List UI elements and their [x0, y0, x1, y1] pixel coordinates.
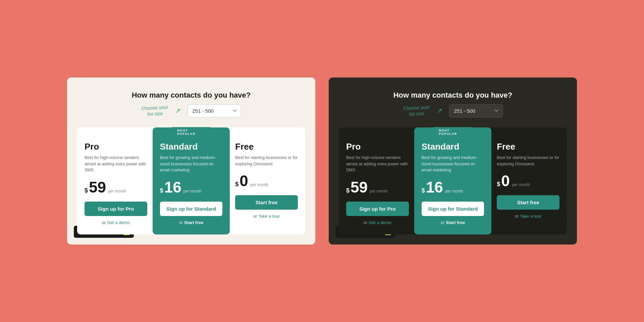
light-pro-name: Pro: [85, 142, 147, 152]
dark-free-name: Free: [497, 142, 559, 152]
light-pro-link: or Get a demo: [85, 220, 147, 225]
light-standard-amount: 16: [164, 179, 181, 195]
dark-free-start-button[interactable]: Start free: [497, 195, 559, 210]
light-free-dollar: $: [235, 181, 238, 188]
light-free-card: Free Best for starting businesses or for…: [228, 127, 305, 234]
dark-free-dollar: $: [497, 181, 500, 188]
light-free-tour-link[interactable]: Take a tour: [258, 214, 280, 219]
light-contacts-dropdown[interactable]: 0 - 250 251 - 500 501 - 1000 1001 - 2000…: [187, 104, 241, 117]
dark-handwritten-label: Choose your list size: [403, 104, 430, 118]
light-standard-price-row: $ 16 per month: [160, 179, 223, 195]
dark-cards-row: Pro Best for high-volume senders aimed a…: [339, 127, 567, 234]
dark-pro-link: or Get a demo: [346, 220, 409, 225]
dark-dropdown-wrapper: Choose your list size ↗ 0 - 250 251 - 50…: [339, 104, 567, 117]
dark-pro-period: per month: [370, 189, 388, 194]
dark-standard-period: per month: [445, 189, 463, 194]
light-standard-start-link[interactable]: Start free: [184, 220, 203, 225]
dark-standard-dollar: $: [422, 187, 425, 194]
dark-pro-price-row: $ 59 per month: [346, 179, 409, 195]
dark-free-tour-link[interactable]: Take a tour: [520, 214, 541, 219]
light-free-price-row: $ 0 per month: [235, 173, 298, 189]
light-free-desc: Best for starting businesses or for expl…: [235, 155, 298, 167]
light-standard-card: MOST POPULAR Standard Best for growing a…: [153, 127, 230, 234]
dark-free-link: or Take a tour: [497, 214, 559, 219]
dark-free-card: Free Best for starting businesses or for…: [489, 127, 567, 234]
dark-question: How many contacts do you have?: [339, 91, 567, 100]
dark-pro-signup-button[interactable]: Sign up for Pro: [346, 202, 409, 216]
dark-standard-amount: 16: [426, 179, 443, 195]
dark-standard-start-link[interactable]: Start free: [446, 220, 465, 225]
dark-pro-card: Pro Best for high-volume senders aimed a…: [339, 127, 416, 234]
dark-pricing-panel: How many contacts do you have? Choose yo…: [329, 77, 577, 245]
light-pro-period: per month: [108, 189, 126, 194]
dark-arrow-icon: ↗: [437, 107, 442, 115]
light-handwritten-label: Choose your list size: [141, 104, 169, 118]
light-pro-desc: Best for high-volume senders aimed at ad…: [85, 155, 147, 173]
light-free-name: Free: [235, 142, 298, 152]
dark-contacts-dropdown[interactable]: 0 - 250 251 - 500 501 - 1000 1001 - 2000…: [449, 104, 503, 117]
light-pro-link-prefix: or: [102, 220, 107, 225]
light-most-popular-badge: MOST POPULAR: [172, 127, 210, 137]
light-arrow-icon: ↗: [175, 107, 181, 115]
dark-pro-amount: 59: [351, 179, 368, 195]
dark-standard-card: MOST POPULAR Standard Best for growing a…: [414, 127, 492, 234]
light-standard-dollar: $: [160, 187, 163, 194]
dark-free-price-row: $ 0 per month: [497, 173, 559, 189]
light-pricing-panel: How many contacts do you have? Choose yo…: [67, 77, 315, 245]
light-pro-dollar: $: [85, 187, 88, 194]
light-standard-desc: Best for growing and medium-sized busine…: [160, 155, 223, 173]
light-standard-name: Standard: [160, 142, 223, 152]
dark-panel-header: How many contacts do you have? Choose yo…: [339, 91, 567, 117]
dark-free-desc: Best for starting businesses or for expl…: [497, 155, 559, 167]
light-panel-header: How many contacts do you have? Choose yo…: [77, 91, 305, 117]
dark-pro-dollar: $: [346, 187, 350, 194]
light-pro-price-row: $ 59 per month: [85, 179, 147, 195]
dark-standard-price-row: $ 16 per month: [422, 179, 484, 195]
page-wrapper: How many contacts do you have? Choose yo…: [0, 64, 644, 258]
dark-free-period: per month: [512, 182, 530, 187]
dark-standard-link-prefix: or: [441, 220, 446, 225]
dark-pro-name: Pro: [346, 142, 409, 152]
light-free-link: or Take a tour: [235, 214, 298, 219]
dark-free-link-prefix: or: [515, 214, 520, 219]
dark-standard-signup-button[interactable]: Sign up for Standard: [422, 202, 484, 216]
dark-free-amount: 0: [501, 173, 510, 189]
light-free-link-prefix: or: [253, 214, 258, 219]
light-pro-demo-link[interactable]: Get a demo: [107, 220, 130, 225]
light-dropdown-wrapper: Choose your list size ↗ 0 - 250 251 - 50…: [77, 104, 305, 117]
dark-standard-name: Standard: [422, 142, 484, 152]
light-free-amount: 0: [239, 173, 248, 189]
light-pro-amount: 59: [89, 179, 106, 195]
dark-standard-desc: Best for growing and medium-sized busine…: [422, 155, 484, 173]
light-standard-link: or Start free: [160, 220, 223, 225]
light-pro-card: Pro Best for high-volume senders aimed a…: [77, 127, 155, 234]
light-standard-period: per month: [183, 189, 202, 194]
light-cards-row: Pro Best for high-volume senders aimed a…: [77, 127, 305, 234]
light-free-start-button[interactable]: Start free: [235, 195, 298, 210]
light-standard-link-prefix: or: [179, 220, 184, 225]
dark-standard-link: or Start free: [422, 220, 484, 225]
light-free-period: per month: [250, 182, 268, 187]
dark-pro-link-prefix: or: [364, 220, 369, 225]
dark-most-popular-badge: MOST POPULAR: [433, 127, 472, 137]
light-question: How many contacts do you have?: [77, 91, 305, 100]
dark-pro-demo-link[interactable]: Get a demo: [369, 220, 391, 225]
dark-pro-desc: Best for high-volume senders aimed at ad…: [346, 155, 409, 173]
light-standard-signup-button[interactable]: Sign up for Standard: [160, 202, 223, 216]
light-pro-signup-button[interactable]: Sign up for Pro: [85, 202, 147, 216]
